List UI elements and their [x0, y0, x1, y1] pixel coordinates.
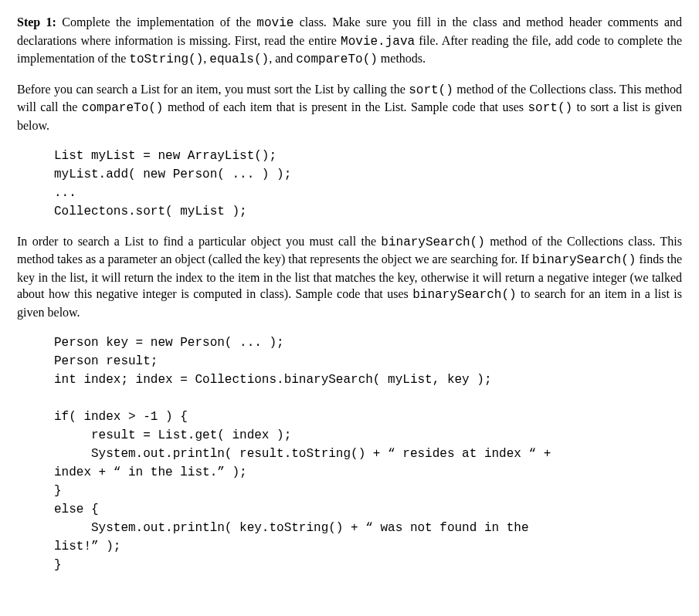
- text: , and: [269, 52, 296, 65]
- code-inline: binarySearch(): [532, 253, 636, 267]
- code-inline: sort(): [409, 83, 453, 97]
- code-inline: movie: [256, 16, 294, 30]
- code-inline: Movie.java: [341, 35, 415, 49]
- code-inline: binarySearch(): [412, 288, 516, 302]
- code-inline: equals(): [209, 52, 269, 66]
- text: Before you can search a List for an item…: [17, 83, 409, 96]
- paragraph-binarysearch: In order to search a List to find a part…: [17, 233, 682, 321]
- code-inline: binarySearch(): [381, 235, 484, 249]
- code-inline: compareTo(): [82, 101, 164, 115]
- text: method of each item that is present in t…: [163, 100, 528, 113]
- code-sample-sort: List myList = new ArrayList(); myList.ad…: [17, 147, 682, 221]
- paragraph-sort: Before you can search a List for an item…: [17, 81, 682, 134]
- code-inline: sort(): [528, 101, 572, 115]
- code-inline: compareTo(): [296, 52, 378, 66]
- text: methods.: [378, 52, 426, 65]
- text: Complete the implementation of the: [56, 15, 256, 29]
- step-label: Step 1:: [17, 15, 56, 29]
- paragraph-step1: Step 1: Complete the implementation of t…: [17, 14, 682, 69]
- code-inline: toString(): [129, 52, 203, 66]
- code-sample-binarysearch: Person key = new Person( ... ); Person r…: [17, 333, 682, 574]
- text: In order to search a List to find a part…: [17, 235, 381, 248]
